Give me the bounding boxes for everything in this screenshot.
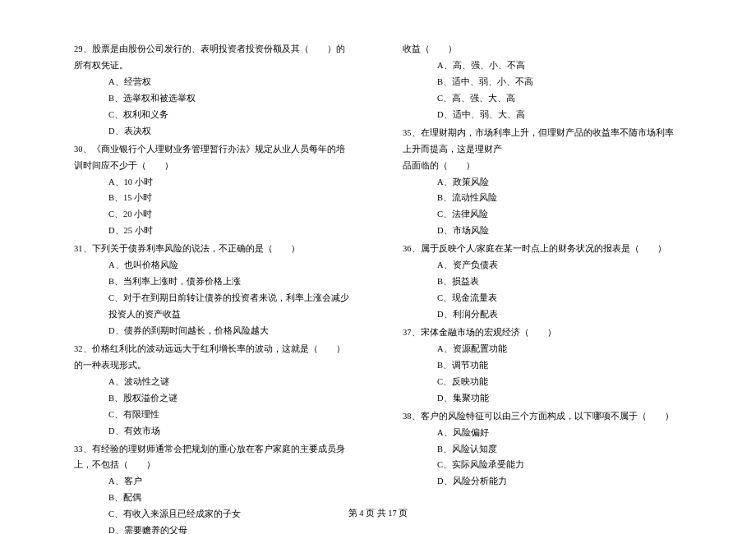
question-35: 35、在理财期内，市场利率上升，但理财产品的收益率不随市场利率上升而提高，这是理…: [403, 125, 682, 240]
q37-text: 37、宋体金融市场的宏观经济（ ）: [403, 325, 682, 341]
q31-option-c: C、对于在到期日前转让债券的投资者来说，利率上涨会减少投资人的资产收益: [74, 290, 353, 323]
q36-text: 36、属于反映个人/家庭在某一时点上的财务状况的报表是（ ）: [403, 241, 682, 257]
q32-option-a: A、波动性之谜: [74, 374, 353, 390]
q34-option-d: D、适中、弱、大、高: [403, 107, 682, 123]
q34-cont-text: 收益（ ）: [403, 44, 457, 53]
q33-option-a: A、客户: [74, 473, 353, 490]
q29-option-c: C、权利和义务: [74, 107, 353, 123]
content-columns: 29、股票是由股份公司发行的、表明投资者投资份额及其（ ）的所有权凭证。 A、经…: [74, 41, 682, 497]
q37-option-b: B、调节功能: [403, 357, 682, 374]
q30-option-a: A、10 小时: [74, 174, 353, 191]
page-footer: 第 4 页 共 17 页: [0, 508, 756, 519]
q38-text: 38、客户的风险特征可以由三个方面构成，以下哪项不属于（ ）: [403, 408, 682, 425]
q31-option-d: D、债券的到期时间越长，价格风险越大: [74, 323, 353, 339]
q29-option-b: B、选举权和被选举权: [74, 90, 353, 107]
q33-option-d: D、需要赡养的父母: [74, 522, 353, 534]
question-37: 37、宋体金融市场的宏观经济（ ） A、资源配置功能 B、调节功能 C、反映功能…: [403, 325, 682, 407]
q38-option-d: D、风险分析能力: [403, 473, 682, 490]
question-33: 33、有经验的理财师通常会把规划的重心放在客户家庭的主要成员身上，不包括（ ） …: [74, 441, 353, 535]
q32-option-c: C、有限理性: [74, 407, 353, 423]
q35-text: 35、在理财期内，市场利率上升，但理财产品的收益率不随市场利率上升而提高，这是理…: [403, 125, 682, 158]
q35-option-c: C、法律风险: [403, 206, 682, 223]
q30-option-b: B、15 小时: [74, 190, 353, 206]
q36-option-a: A、资产负债表: [403, 257, 682, 274]
q36-option-c: C、现金流量表: [403, 290, 682, 306]
question-38: 38、客户的风险特征可以由三个方面构成，以下哪项不属于（ ） A、风险偏好 B、…: [403, 408, 682, 490]
question-30: 30、《商业银行个人理财业务管理暂行办法》规定从业人员每年的培训时间应不少于（ …: [74, 141, 353, 240]
left-column: 29、股票是由股份公司发行的、表明投资者投资份额及其（ ）的所有权凭证。 A、经…: [74, 41, 353, 497]
q29-text: 29、股票是由股份公司发行的、表明投资者投资份额及其（ ）的所有权凭证。: [74, 41, 353, 74]
q38-option-b: B、风险认知度: [403, 441, 682, 458]
right-column: 收益（ ） A、高、强、小、不高 B、适中、弱、小、不高 C、高、强、大、高 D…: [403, 41, 682, 497]
q30-option-d: D、25 小时: [74, 223, 353, 239]
q29-option-d: D、表决权: [74, 123, 353, 140]
q35-option-b: B、流动性风险: [403, 190, 682, 206]
q31-option-a: A、也叫价格风险: [74, 257, 353, 274]
q33-option-b: B、配偶: [74, 490, 353, 506]
q34-option-b: B、适中、弱、小、不高: [403, 74, 682, 90]
q30-text: 30、《商业银行个人理财业务管理暂行办法》规定从业人员每年的培训时间应不少于（ …: [74, 141, 353, 174]
q36-option-d: D、利润分配表: [403, 306, 682, 323]
q31-option-b: B、当利率上涨时，债券价格上涨: [74, 274, 353, 290]
q32-text: 32、价格红利比的波动远远大于红利增长率的波动，这就是（ ）的一种表现形式。: [74, 341, 353, 374]
q37-option-c: C、反映功能: [403, 374, 682, 390]
q31-text: 31、下列关于债券利率风险的说法，不正确的是（ ）: [74, 241, 353, 257]
q34-option-c: C、高、强、大、高: [403, 90, 682, 107]
question-36: 36、属于反映个人/家庭在某一时点上的财务状况的报表是（ ） A、资产负债表 B…: [403, 241, 682, 323]
q36-option-b: B、损益表: [403, 274, 682, 290]
q37-option-a: A、资源配置功能: [403, 341, 682, 357]
q35-text2: 品面临的（ ）: [403, 158, 682, 174]
q38-option-c: C、实际风险承受能力: [403, 457, 682, 473]
q35-option-d: D、市场风险: [403, 223, 682, 239]
q38-option-a: A、风险偏好: [403, 425, 682, 441]
q32-option-d: D、有效市场: [74, 423, 353, 440]
q35-option-a: A、政策风险: [403, 174, 682, 191]
q29-option-a: A、经营权: [74, 74, 353, 90]
q34-option-a: A、高、强、小、不高: [403, 58, 682, 74]
q32-option-b: B、股权溢价之谜: [74, 390, 353, 407]
question-34-continuation: 收益（ ） A、高、强、小、不高 B、适中、弱、小、不高 C、高、强、大、高 D…: [403, 41, 682, 123]
question-29: 29、股票是由股份公司发行的、表明投资者投资份额及其（ ）的所有权凭证。 A、经…: [74, 41, 353, 140]
question-31: 31、下列关于债券利率风险的说法，不正确的是（ ） A、也叫价格风险 B、当利率…: [74, 241, 353, 339]
q30-option-c: C、20 小时: [74, 206, 353, 223]
question-32: 32、价格红利比的波动远远大于红利增长率的波动，这就是（ ）的一种表现形式。 A…: [74, 341, 353, 440]
q37-option-d: D、集聚功能: [403, 390, 682, 407]
q33-text: 33、有经验的理财师通常会把规划的重心放在客户家庭的主要成员身上，不包括（ ）: [74, 441, 353, 474]
